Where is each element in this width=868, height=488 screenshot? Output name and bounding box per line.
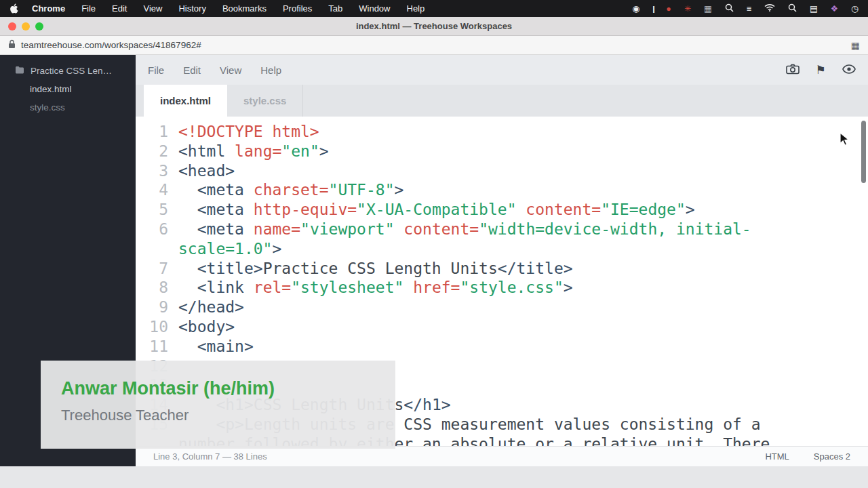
red-dot-app-icon[interactable]: ●	[666, 4, 671, 14]
line-number: 1	[136, 122, 168, 142]
lock-icon[interactable]	[8, 39, 16, 51]
browser-titlebar: index.html — Treehouse Workspaces	[0, 17, 868, 36]
folder-icon	[15, 66, 24, 76]
line-number: 6	[136, 220, 168, 239]
preview-eye-icon[interactable]	[842, 64, 856, 76]
code-row[interactable]: 10<body>	[136, 317, 868, 337]
asterisk-app-icon[interactable]: ✳	[684, 4, 691, 14]
battery-icon[interactable]: ▤	[810, 3, 818, 14]
editor-scrollbar-thumb[interactable]	[861, 121, 866, 183]
code-row[interactable]: 9</head>	[136, 298, 868, 317]
wifi-icon[interactable]	[764, 3, 775, 14]
macos-menubar: Chrome File Edit View History Bookmarks …	[0, 0, 868, 17]
clock-icon[interactable]: ◷	[851, 3, 859, 14]
code-row[interactable]: 7 <title>Practice CSS Length Units</titl…	[136, 259, 868, 279]
workspace-menu-view[interactable]: View	[220, 64, 241, 76]
line-number: 3	[136, 161, 168, 181]
tab-index-html[interactable]: index.html	[144, 85, 227, 117]
code-row[interactable]: 1<!DOCTYPE html>	[136, 122, 868, 142]
line-number: 8	[136, 278, 168, 298]
workspace-toolbar-actions: ⚑	[786, 63, 856, 77]
editor-statusbar: Line 3, Column 7 — 38 Lines HTML Spaces …	[136, 446, 868, 466]
menu-history[interactable]: History	[178, 3, 205, 14]
workspace-toolbar: File Edit View Help ⚑	[136, 55, 868, 85]
screen: Chrome File Edit View History Bookmarks …	[0, 0, 868, 488]
line-number: 11	[136, 337, 168, 357]
menu-file[interactable]: File	[81, 3, 96, 14]
project-folder-item[interactable]: Practice CSS Len…	[0, 55, 136, 76]
menu-window[interactable]: Window	[359, 3, 390, 14]
line-number: 2	[136, 142, 168, 161]
menu-help[interactable]: Help	[407, 3, 425, 14]
line-number: 10	[136, 317, 168, 337]
grid-app-icon[interactable]: ▦	[704, 3, 712, 14]
menu-profiles[interactable]: Profiles	[283, 3, 312, 14]
code-row[interactable]: scale=1.0">	[136, 239, 868, 259]
project-folder-label: Practice CSS Len…	[31, 66, 112, 76]
extension-app-icon[interactable]: ❖	[831, 3, 838, 14]
menu-view[interactable]: View	[143, 3, 162, 14]
code-row[interactable]: 11 <main>	[136, 337, 868, 357]
statusbar-right: HTML Spaces 2	[765, 451, 850, 462]
code-row[interactable]: 4 <meta charset="UTF-8">	[136, 180, 868, 200]
code-row[interactable]: 8 <link rel="stylesheet" href="style.css…	[136, 278, 868, 298]
snapshot-camera-icon[interactable]	[786, 64, 800, 77]
apple-logo-icon[interactable]	[9, 3, 18, 14]
stage-manager-icon[interactable]: |||	[652, 5, 653, 13]
workspace-menu-help[interactable]: Help	[260, 64, 281, 76]
line-number: 4	[136, 180, 168, 200]
cursor-position-text: Line 3, Column 7 — 38 Lines	[153, 451, 267, 462]
line-number: 9	[136, 298, 168, 317]
line-number	[136, 239, 168, 259]
mouse-cursor	[840, 132, 850, 149]
code-row[interactable]: 5 <meta http-equiv="X-UA-Compatible" con…	[136, 200, 868, 220]
spotlight-search-icon[interactable]	[788, 3, 797, 14]
url-input[interactable]: teamtreehouse.com/workspaces/41867962#	[21, 40, 201, 50]
line-number: 7	[136, 259, 168, 279]
menubar-app-name[interactable]: Chrome	[32, 3, 65, 14]
speaker-role: Treehouse Teacher	[61, 407, 395, 424]
tab-style-css[interactable]: style.css	[227, 85, 303, 117]
workspaces-grid-icon[interactable]: ▦	[851, 40, 860, 51]
screen-recording-icon[interactable]: ◉	[632, 3, 639, 14]
workspace-menu-edit[interactable]: Edit	[183, 64, 201, 76]
language-mode-button[interactable]: HTML	[765, 451, 789, 462]
menu-edit[interactable]: Edit	[112, 3, 127, 14]
page-bottom-strip	[0, 466, 868, 488]
code-row[interactable]: 2<html lang="en">	[136, 142, 868, 161]
code-row[interactable]: 6 <meta name="viewport" content="width=d…	[136, 220, 868, 239]
workspace-menu-file[interactable]: File	[148, 64, 164, 76]
code-row[interactable]: 3<head>	[136, 161, 868, 181]
line-number: 5	[136, 200, 168, 220]
sidebar-file-style-css[interactable]: style.css	[0, 102, 136, 113]
report-flag-icon[interactable]: ⚑	[816, 63, 826, 77]
speaker-name: Anwar Montasir (he/him)	[61, 378, 395, 399]
browser-urlbar: teamtreehouse.com/workspaces/41867962# ▦	[0, 36, 868, 55]
menubar-status-area: ◉ ||| ● ✳ ▦ ≡ ▤ ❖ ◷	[632, 3, 859, 14]
menu-bookmarks[interactable]: Bookmarks	[222, 3, 267, 14]
magnifier-app-icon[interactable]	[725, 3, 734, 14]
window-title: index.html — Treehouse Workspaces	[0, 17, 868, 36]
menu-tab[interactable]: Tab	[328, 3, 342, 14]
speaker-lower-third: Anwar Montasir (he/him) Treehouse Teache…	[41, 361, 395, 449]
editor-tabbar: index.html style.css	[136, 85, 868, 117]
list-app-icon[interactable]: ≡	[747, 4, 751, 14]
sidebar-file-index-html[interactable]: index.html	[0, 84, 136, 94]
indent-setting-button[interactable]: Spaces 2	[814, 451, 850, 462]
